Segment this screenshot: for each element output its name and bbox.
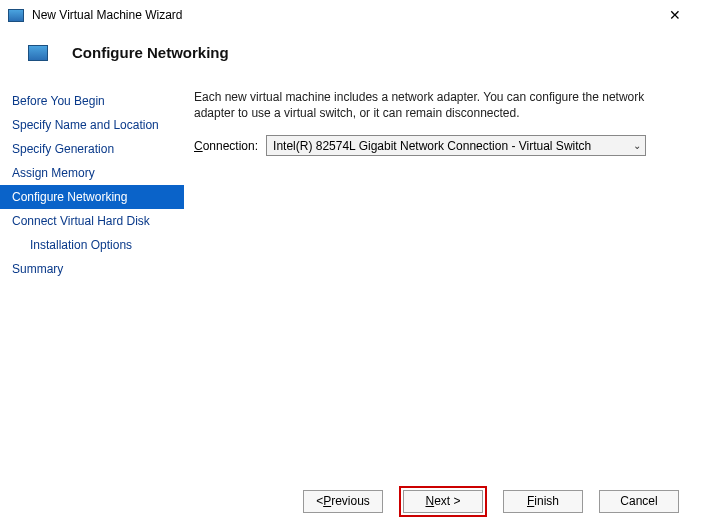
connection-select[interactable]: Intel(R) 82574L Gigabit Network Connecti… [266,135,646,156]
close-button[interactable]: ✕ [657,1,693,29]
nav-item-specify-name-and-location[interactable]: Specify Name and Location [0,113,184,137]
window-title: New Virtual Machine Wizard [32,8,657,22]
connection-label: Connection: [194,139,258,153]
nav-item-installation-options[interactable]: Installation Options [0,233,184,257]
nav-item-before-you-begin[interactable]: Before You Begin [0,89,184,113]
connection-row: Connection: Intel(R) 82574L Gigabit Netw… [194,135,679,156]
nav-item-assign-memory[interactable]: Assign Memory [0,161,184,185]
wizard-footer: < Previous Next > Finish Cancel [0,475,701,527]
next-button-highlight: Next > [399,486,487,517]
main-panel: Each new virtual machine includes a netw… [184,83,701,474]
finish-button[interactable]: Finish [503,490,583,513]
titlebar: New Virtual Machine Wizard ✕ [0,0,701,30]
app-icon [8,9,24,22]
previous-button[interactable]: < Previous [303,490,383,513]
nav-item-connect-virtual-hard-disk[interactable]: Connect Virtual Hard Disk [0,209,184,233]
chevron-down-icon: ⌄ [633,140,641,151]
cancel-button[interactable]: Cancel [599,490,679,513]
page-title: Configure Networking [72,44,229,61]
description-text: Each new virtual machine includes a netw… [194,89,679,121]
nav-item-specify-generation[interactable]: Specify Generation [0,137,184,161]
nav-item-configure-networking[interactable]: Configure Networking [0,185,184,209]
content-area: Before You BeginSpecify Name and Locatio… [0,83,701,474]
next-button[interactable]: Next > [403,490,483,513]
connection-value: Intel(R) 82574L Gigabit Network Connecti… [273,139,591,153]
close-icon: ✕ [669,7,681,23]
wizard-icon [28,45,48,61]
wizard-header: Configure Networking [0,30,701,83]
wizard-nav: Before You BeginSpecify Name and Locatio… [0,83,184,474]
nav-item-summary[interactable]: Summary [0,257,184,281]
